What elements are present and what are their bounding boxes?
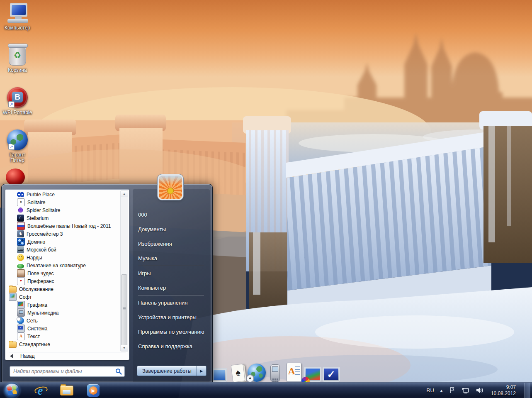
desktop-icon-recycle-bin[interactable]: Корзина [0, 45, 35, 73]
graphics-monitor-icon[interactable] [303, 361, 322, 382]
shortcut-arrow-icon: ↗ [8, 101, 15, 107]
start-menu-program-item[interactable]: Сеть [7, 317, 120, 325]
desktop-icon-garant-piter[interactable]: ↗ Гарант Питер [0, 129, 35, 163]
search-input[interactable] [10, 366, 125, 377]
start-menu-item-devices-printers[interactable]: Устройства и принтеры [133, 310, 210, 325]
chess-icon [17, 230, 24, 237]
program-label: Гроссмейстер 3 [27, 231, 63, 237]
start-menu-program-item[interactable]: Spider Solitaire [7, 206, 120, 214]
program-label: Графика [27, 302, 47, 308]
start-menu-item-control-panel[interactable]: Панель управления [133, 295, 210, 310]
globe-clock-icon[interactable] [247, 361, 266, 382]
spider-solitaire-icon [17, 207, 24, 214]
start-menu-program-item[interactable]: Мультимедиа [7, 309, 120, 317]
shutdown-options-arrow[interactable]: ▶ [197, 366, 206, 376]
stellarium-icon [17, 215, 24, 222]
start-menu-program-item[interactable]: Stellarium [7, 214, 120, 222]
divider [9, 352, 126, 352]
scroll-up-button[interactable]: ▲ [121, 191, 128, 197]
battleship-icon [17, 246, 24, 253]
start-menu-item-pictures[interactable]: Изображения [133, 237, 210, 251]
garant-piter-globe-icon: ↗ [7, 129, 28, 150]
scrollbar-thumb[interactable] [121, 274, 127, 347]
windows-logo-icon [7, 385, 17, 396]
preferans-icon [17, 277, 25, 285]
purble-place-icon [17, 191, 24, 198]
start-menu-item-documents[interactable]: Документы [133, 222, 210, 237]
shortcut-arrow-icon: ↗ [8, 144, 15, 150]
start-menu-item-computer[interactable]: Компьютер [133, 281, 210, 295]
start-menu-program-item[interactable]: Печатание на клавиатуре [7, 261, 120, 269]
desktop-icon-label: Корзина [0, 68, 35, 73]
start-menu-program-item[interactable]: Графика [7, 301, 120, 309]
language-indicator[interactable]: RU [426, 387, 434, 393]
start-menu-right-panel: 000 Документы Изображения Музыка Игры Ко… [133, 189, 210, 382]
desktop-icon-label: Компьютер [0, 25, 35, 31]
program-label: Печатание на клавиатуре [27, 263, 86, 269]
hidden-icons-button[interactable]: ▲ [440, 388, 443, 393]
system-icon [17, 325, 25, 332]
start-menu-user-name[interactable]: 000 [133, 208, 210, 222]
program-label: Софт [19, 294, 32, 300]
start-menu-program-item[interactable]: Поле чудес [7, 269, 120, 277]
program-label: Spider Solitaire [27, 208, 60, 213]
network-icon[interactable] [461, 387, 470, 394]
backgammon-icon [17, 254, 24, 261]
user-avatar[interactable] [159, 176, 182, 199]
folder-icon [9, 342, 17, 348]
start-menu-program-item[interactable]: Нарды [7, 254, 120, 261]
start-menu-program-item[interactable]: Волшебные пазлы Новый год - 2011 [7, 222, 120, 230]
start-menu-item-default-programs[interactable]: Программы по умолчанию [133, 325, 210, 339]
pole-chudes-icon [17, 269, 25, 277]
start-menu-item-help-support[interactable]: Справка и поддержка [133, 339, 210, 354]
start-menu-program-item[interactable]: Текст [7, 332, 120, 340]
start-menu-item-music[interactable]: Музыка [133, 251, 210, 266]
taskbar-clock[interactable]: 9:07 10.08.2012 [491, 384, 516, 397]
my-computer-icon [7, 3, 28, 23]
taskbar-media-player[interactable]: ▶ [86, 384, 100, 397]
program-list: Purble Place Solitaire Spider Solitaire [7, 190, 120, 348]
program-label: Система [27, 326, 47, 332]
scroll-down-button[interactable]: ▼ [121, 345, 128, 351]
recycle-bin-icon [9, 45, 26, 66]
program-label: Поле чудес [27, 271, 54, 276]
start-menu-program-item[interactable]: Гроссмейстер 3 [7, 230, 120, 238]
program-label: Домино [27, 239, 45, 245]
phone-icon[interactable] [266, 361, 284, 382]
program-label: Stellarium [27, 215, 49, 221]
clock-date: 10.08.2012 [491, 391, 516, 397]
start-menu-program-item[interactable]: Обслуживание [7, 285, 120, 293]
action-center-flag-icon[interactable] [449, 387, 456, 394]
start-menu-program-item[interactable]: Purble Place [7, 190, 120, 198]
desktop-icon-label: WPI Portable [0, 110, 35, 115]
start-menu-program-item[interactable]: Софт [7, 293, 120, 301]
start-menu-program-item[interactable]: Морской бой [7, 246, 120, 254]
red-sphere-icon[interactable] [6, 168, 25, 186]
scrollbar[interactable]: ▲ ▼ [120, 190, 128, 352]
text-document-icon[interactable] [284, 361, 303, 382]
start-button[interactable] [4, 383, 20, 398]
windows-explorer-icon [60, 386, 73, 396]
start-menu-program-item[interactable]: Система [7, 325, 120, 332]
taskbar-windows-explorer[interactable] [60, 384, 74, 397]
taskbar-internet-explorer[interactable]: e [33, 384, 47, 397]
desktop-icon-wpi-portable[interactable]: B↗ WPI Portable [0, 87, 35, 115]
playing-cards-icon[interactable] [228, 361, 247, 382]
volume-icon[interactable] [476, 387, 484, 394]
taskbar: e ▶ RU ▲ 9:07 10.08. [0, 382, 532, 398]
start-menu-program-item[interactable]: Домино [7, 238, 120, 246]
start-menu-program-item[interactable]: Преферанс [7, 277, 120, 285]
start-menu-item-games[interactable]: Игры [133, 266, 210, 281]
program-label: Преферанс [27, 278, 54, 284]
back-arrow-icon [10, 354, 13, 358]
quick-launch-dock [210, 361, 340, 382]
desktop-icon-computer[interactable]: Компьютер [0, 3, 35, 31]
start-menu-program-item[interactable]: Solitaire [7, 198, 120, 206]
system-check-icon[interactable] [322, 361, 340, 382]
program-label: Purble Place [27, 192, 55, 198]
back-button[interactable]: Назад [5, 353, 129, 359]
show-desktop-button[interactable] [525, 383, 530, 398]
program-label: Стандартные [19, 342, 50, 347]
start-menu-program-item[interactable]: Стандартные [7, 340, 120, 348]
shutdown-button[interactable]: Завершение работы [137, 366, 197, 376]
